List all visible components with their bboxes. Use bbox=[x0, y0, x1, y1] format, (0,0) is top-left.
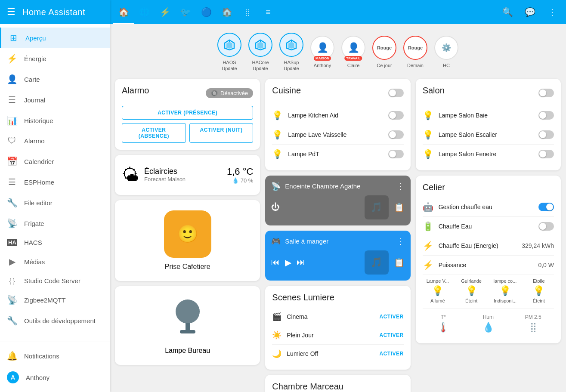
sidebar-item-historique[interactable]: 📊 Historique bbox=[0, 110, 110, 131]
media1-more-icon[interactable]: ⋮ bbox=[397, 182, 405, 191]
topnav-circle[interactable]: 🔵 bbox=[196, 0, 217, 24]
salon-device-name-2: Lampe Salon Fenetre bbox=[439, 151, 538, 157]
sidebar-item-hacs[interactable]: HA HACS bbox=[0, 234, 110, 251]
topnav-more[interactable]: ⋮ bbox=[542, 0, 563, 24]
salon-toggle-0[interactable] bbox=[538, 111, 554, 120]
salon-toggle-2[interactable] bbox=[538, 150, 554, 158]
thermometer-icon: 🌡️ bbox=[437, 322, 449, 333]
scene-cinema: 🎬 Cinema ACTIVER bbox=[272, 308, 403, 326]
avatar-hc[interactable]: ⚙️ HC bbox=[434, 36, 458, 68]
sidebar-item-journal[interactable]: ☰ Journal bbox=[0, 90, 110, 110]
sensor-temp: T° 🌡️ bbox=[423, 314, 464, 333]
device-toggle-0[interactable] bbox=[388, 111, 404, 120]
anthony-icon: A bbox=[7, 371, 19, 383]
cuisine-toggle[interactable] bbox=[388, 89, 404, 97]
lumiere-off-btn[interactable]: ACTIVER bbox=[379, 351, 403, 357]
sidebar-item-carte[interactable]: 👤 Carte bbox=[0, 69, 110, 90]
prise-icon[interactable]: 🙂 bbox=[164, 210, 211, 258]
sidebar-label-carte: Carte bbox=[24, 76, 40, 83]
sidebar-item-calendrier[interactable]: 📅 Calendrier bbox=[0, 151, 110, 172]
topnav-energy[interactable]: ⚡ bbox=[155, 0, 175, 24]
media2-prev[interactable]: ⏮ bbox=[271, 257, 280, 267]
media2-playlist-icon[interactable]: 📋 bbox=[394, 257, 405, 268]
sensor-pm-label: PM 2.5 bbox=[525, 314, 541, 320]
topnav-search[interactable]: 🔍 bbox=[497, 0, 518, 24]
avatar-ce-jour[interactable]: Rouge Ce jour bbox=[372, 36, 396, 68]
media2-next[interactable]: ⏭ bbox=[297, 257, 305, 267]
celier-toggle-1[interactable] bbox=[538, 222, 554, 231]
avatar-anthony[interactable]: 👤 MAISON Anthony bbox=[310, 36, 334, 68]
carte-icon: 👤 bbox=[7, 74, 17, 84]
avatar-haos[interactable]: HAOSUpdate bbox=[217, 33, 241, 72]
media1-playlist-icon[interactable]: 📋 bbox=[394, 202, 405, 213]
topnav-home[interactable]: 🏠 bbox=[113, 0, 134, 24]
celier-name-0: Gestion chauffe eau bbox=[439, 204, 538, 210]
avatar-demain[interactable]: Rouge Demain bbox=[403, 36, 427, 68]
sidebar-item-esphome[interactable]: ☰ ESPHome bbox=[0, 172, 110, 192]
salon-toggle[interactable] bbox=[538, 89, 554, 97]
avatar-hacore[interactable]: HACoreUpdate bbox=[248, 33, 272, 72]
topnav-lines[interactable]: ≡ bbox=[258, 0, 278, 24]
sensor-row: T° 🌡️ Hum 💧 PM 2.5 ⣿ bbox=[423, 311, 554, 336]
chambre-title: Chambre Marceau bbox=[272, 382, 403, 392]
avatar-claire[interactable]: 👤 TRAVAIL Claire bbox=[341, 36, 365, 68]
plein-jour-btn[interactable]: ACTIVER bbox=[379, 332, 403, 338]
topnav-twitter[interactable]: 🐦 bbox=[175, 0, 196, 24]
alarmo-card: Alarmo 🔘 Désactivée ACTIVER (PRÉSENCE) A… bbox=[115, 79, 260, 150]
device-toggle-2[interactable] bbox=[388, 150, 404, 158]
sidebar-item-anthony[interactable]: A Anthony bbox=[0, 366, 110, 389]
celier-val-2: 329,24 kWh bbox=[522, 242, 554, 249]
sidebar-item-apercu[interactable]: ⊞ Aperçu bbox=[0, 28, 110, 48]
media1-power-icon[interactable]: ⏻ bbox=[271, 202, 280, 212]
sidebar-item-medias[interactable]: ▶ Médias bbox=[0, 251, 110, 272]
sidebar-item-frigate[interactable]: 📡 Frigate bbox=[0, 213, 110, 234]
media2-play[interactable]: ▶ bbox=[285, 257, 291, 268]
bulb-icon-2: 💡 bbox=[272, 149, 283, 159]
activer-nuit-button[interactable]: ACTIVER (NUIT) bbox=[189, 123, 254, 143]
prise-card: 🙂 Prise Cafetiere bbox=[115, 200, 260, 281]
col-left: Alarmo 🔘 Désactivée ACTIVER (PRÉSENCE) A… bbox=[115, 79, 260, 392]
salon-toggle-1[interactable] bbox=[538, 130, 554, 139]
media2-more-icon[interactable]: ⋮ bbox=[397, 237, 405, 246]
sidebar-label-anthony: Anthony bbox=[26, 374, 49, 381]
cuisine-device-0: 💡 Lampe Kitchen Aid bbox=[272, 106, 403, 125]
sidebar-item-zigbee[interactable]: 📡 Zigbee2MQTT bbox=[0, 290, 110, 310]
apercu-icon: ⊞ bbox=[8, 33, 19, 43]
activer-presence-button[interactable]: ACTIVER (PRÉSENCE) bbox=[122, 106, 253, 120]
salon-bulb-1: 💡 bbox=[423, 130, 433, 140]
sidebar-item-studio-code[interactable]: { } Studio Code Server bbox=[0, 272, 110, 290]
device-toggle-1[interactable] bbox=[388, 130, 404, 139]
cinema-btn[interactable]: ACTIVER bbox=[379, 314, 403, 320]
celier-icon-2: ⚡ bbox=[423, 241, 433, 251]
sidebar-item-alarmo[interactable]: 🛡 Alarmo bbox=[0, 131, 110, 151]
scenes-title: Scenes Lumiere bbox=[272, 293, 403, 302]
topnav-chat[interactable]: 💬 bbox=[520, 0, 540, 24]
esphome-icon: ☰ bbox=[7, 177, 17, 187]
lumiere-off-name: Lumiere Off bbox=[287, 350, 379, 357]
lumiere-off-icon: 🌙 bbox=[272, 349, 281, 358]
topnav-house2[interactable]: 🏠 bbox=[217, 0, 237, 24]
sidebar-item-file-editor[interactable]: 🔧 File editor bbox=[0, 192, 110, 213]
outils-icon: 🔧 bbox=[7, 315, 17, 326]
cards-grid: Alarmo 🔘 Désactivée ACTIVER (PRÉSENCE) A… bbox=[115, 79, 561, 392]
sidebar-item-energie[interactable]: ⚡ Énergie bbox=[0, 48, 110, 69]
celier-icon-0: 🤖 bbox=[423, 202, 433, 212]
celier-toggle-0[interactable] bbox=[538, 203, 554, 211]
sidebar-item-outils[interactable]: 🔧 Outils de développement bbox=[0, 310, 110, 331]
topnav-grid[interactable]: ⣿ bbox=[237, 0, 258, 24]
activer-absence-button[interactable]: ACTIVER (ABSENCE) bbox=[122, 123, 186, 143]
salon-card: Salon 💡 Lampe Salon Baie 💡 Lampe Salon E… bbox=[416, 79, 561, 170]
lamp-state-label-3: Éteint bbox=[533, 298, 545, 303]
lamp-state-icon-2: 💡 bbox=[499, 285, 511, 296]
alarmo-buttons: ACTIVER (PRÉSENCE) ACTIVER (ABSENCE) ACT… bbox=[122, 106, 253, 143]
topnav: 🏠 🌐 ⚡ 🐦 🔵 🏠 ⣿ ≡ 🔍 💬 ⋮ bbox=[110, 0, 566, 24]
lamp-header-1: Guirlande bbox=[461, 278, 482, 284]
hamburger-icon[interactable]: ☰ bbox=[7, 6, 15, 18]
avatar-hasup[interactable]: HASupUpdate bbox=[279, 33, 303, 72]
topnav-map[interactable]: 🌐 bbox=[134, 0, 155, 24]
celier-name-2: Chauffe Eau (Energie) bbox=[439, 242, 522, 249]
sidebar-item-notifications[interactable]: 🔔 Notifications bbox=[0, 346, 110, 366]
cuisine-device-1: 💡 Lampe Lave Vaisselle bbox=[272, 125, 403, 145]
salon-device-0: 💡 Lampe Salon Baie bbox=[423, 106, 554, 125]
salon-device-name-1: Lampe Salon Escalier bbox=[439, 131, 538, 138]
